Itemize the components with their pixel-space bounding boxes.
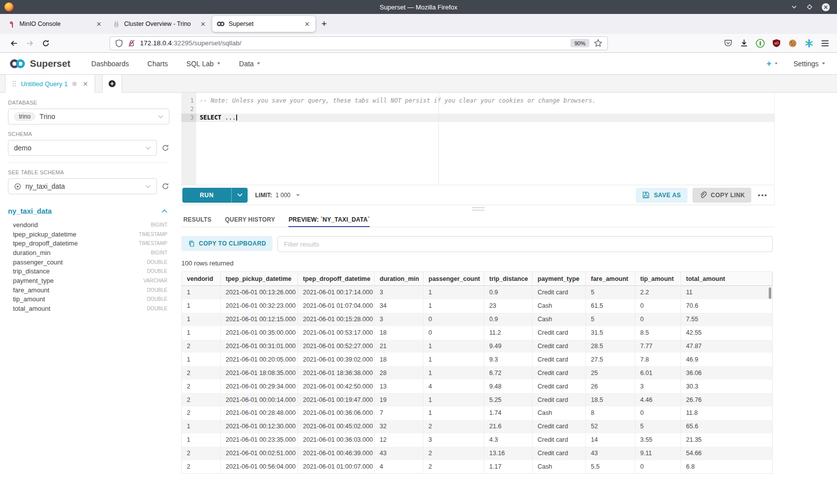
save-as-button[interactable]: SAVE AS (636, 188, 687, 203)
colorful-asterisk-extension-icon[interactable] (805, 39, 814, 48)
table-row: 1 2021-06-01 00:32:23.000 2021-06-01 01:… (182, 299, 772, 313)
cookie-extension-icon[interactable] (788, 39, 797, 48)
browser-toolbar: 172.18.0.4:32295/superset/sqllab/ 90% uO (0, 34, 837, 53)
results-table-header: vendorid tpep_pickup_datetime tpep_dropo… (182, 272, 772, 286)
nav-charts[interactable]: Charts (147, 60, 168, 68)
new-tab-button[interactable]: + (321, 18, 327, 29)
add-new-button[interactable]: + (766, 59, 778, 69)
browser-tab-superset[interactable]: Superset ✕ (212, 16, 315, 32)
cell-fare-amount: 61.5 (586, 299, 635, 313)
pocket-icon[interactable] (724, 39, 732, 47)
column-header[interactable]: passenger_count (423, 272, 484, 285)
green-circle-extension-icon[interactable] (756, 39, 765, 48)
table-select[interactable]: ny_taxi_data (8, 178, 157, 194)
cell-vendorid: 2 (182, 340, 221, 353)
limit-value: 1 000 (276, 192, 290, 199)
download-icon[interactable] (740, 39, 748, 47)
database-select[interactable]: trino Trino (8, 109, 169, 125)
editor-toolbar: RUN LIMIT: 1 000 SAVE AS (181, 185, 774, 205)
table-scrollbar-thumb[interactable] (769, 287, 771, 299)
zoom-level-badge[interactable]: 90% (570, 39, 589, 47)
nav-sql-lab[interactable]: SQL Lab (186, 60, 221, 68)
column-header[interactable]: trip_distance (484, 272, 533, 285)
more-actions-button[interactable]: ••• (756, 191, 769, 199)
table-schema-title[interactable]: ny_taxi_data (8, 207, 52, 215)
cell-vendorid: 2 (182, 366, 221, 379)
cell-trip-distance: 9.48 (484, 379, 533, 393)
url-text[interactable]: 172.18.0.4:32295/superset/sqllab/ (140, 39, 241, 47)
cell-payment-type: Credit card (533, 286, 586, 299)
nav-dashboards[interactable]: Dashboards (91, 60, 129, 68)
tab-close-icon[interactable]: ✕ (199, 20, 207, 28)
text-cursor (236, 115, 237, 121)
cell-passenger-count: 0 (423, 313, 484, 326)
column-header[interactable]: total_amount (681, 272, 772, 285)
cell-fare-amount: 26 (586, 379, 635, 393)
limit-dropdown[interactable]: LIMIT: 1 000 (255, 192, 300, 199)
collapse-table-icon[interactable] (161, 209, 167, 213)
back-icon[interactable] (6, 36, 22, 50)
bookmark-star-icon[interactable] (594, 39, 602, 47)
refresh-tables-icon[interactable] (161, 182, 169, 190)
column-type: DOUBLE (147, 268, 167, 274)
cell-trip-distance: 11.2 (484, 326, 533, 340)
editor-code-area[interactable]: -- Note: Unless you save your query, the… (196, 93, 774, 185)
cell-pickup-datetime: 2021-06-01 00:35:00.000 (221, 326, 298, 340)
column-header[interactable]: payment_type (533, 272, 586, 285)
cell-dropoff-datetime: 2021-06-01 00:46:39.000 (298, 447, 375, 460)
copy-to-clipboard-button[interactable]: COPY TO CLIPBOARD (181, 236, 273, 251)
forward-icon[interactable] (22, 36, 38, 50)
column-type: DOUBLE (147, 296, 167, 302)
table-row: 2 2021-06-01 18:08:35.000 2021-06-01 18:… (182, 366, 772, 379)
column-header[interactable]: duration_min (375, 272, 423, 285)
filter-results-input[interactable] (278, 236, 773, 252)
ublock-origin-icon[interactable]: uO (772, 39, 781, 47)
column-header[interactable]: vendorid (182, 272, 221, 285)
table-column-row: total_amount DOUBLE (8, 304, 169, 313)
tracking-shield-icon[interactable] (115, 39, 123, 47)
divider (8, 162, 169, 163)
query-tab[interactable]: Untitled Query 1 ✕ (5, 75, 95, 93)
pane-resize-handle[interactable] (181, 205, 775, 212)
settings-menu[interactable]: Settings (793, 60, 826, 68)
run-dropdown-button[interactable] (231, 188, 248, 203)
column-header[interactable]: tip_amount (635, 272, 681, 285)
cell-tip-amount: 3.55 (635, 433, 681, 447)
browser-tab-minio[interactable]: MinIO Console ✕ (4, 16, 107, 32)
insecure-lock-icon[interactable] (128, 39, 136, 47)
tab-close-icon[interactable]: ✕ (95, 20, 103, 28)
tab-close-icon[interactable]: ✕ (303, 20, 311, 28)
cell-total-amount: 6.8 (681, 460, 772, 474)
add-query-tab-button[interactable] (102, 75, 122, 93)
window-maximize-icon[interactable] (806, 3, 813, 10)
cell-payment-type: Credit card (533, 447, 586, 460)
cell-passenger-count: 2 (423, 420, 484, 433)
tab-results[interactable]: RESULTS (183, 212, 212, 227)
cell-fare-amount: 5 (586, 286, 635, 299)
column-header[interactable]: tpep_pickup_datetime (221, 272, 298, 285)
schema-select[interactable]: demo (8, 140, 157, 156)
nav-data[interactable]: Data (239, 60, 261, 68)
window-minimize-icon[interactable] (791, 3, 798, 10)
limit-label: LIMIT: (255, 192, 272, 199)
menu-icon[interactable] (821, 40, 829, 47)
browser-tabstrip: MinIO Console ✕ Cluster Overview - Trino… (0, 14, 837, 34)
run-button[interactable]: RUN (182, 188, 231, 203)
browser-tab-trino[interactable]: Cluster Overview - Trino ✕ (108, 16, 211, 32)
tab-preview[interactable]: PREVIEW: `NY_TAXI_DATA` (288, 212, 370, 227)
cell-duration-min: 3 (375, 313, 423, 326)
window-title: Superset — Mozilla Firefox (0, 3, 837, 11)
url-bar[interactable]: 172.18.0.4:32295/superset/sqllab/ 90% (110, 36, 608, 50)
tab-query-history[interactable]: QUERY HISTORY (225, 212, 276, 227)
window-close-icon[interactable] (822, 3, 830, 11)
sql-editor[interactable]: 1 2 3 -- Note: Unless you save your quer… (181, 93, 774, 185)
column-header[interactable]: fare_amount (586, 272, 635, 285)
cell-dropoff-datetime: 2021-06-01 00:36:06.000 (298, 406, 375, 420)
column-name: passenger_count (13, 258, 63, 266)
superset-logo[interactable]: Superset (8, 58, 70, 69)
refresh-schemas-icon[interactable] (161, 144, 169, 152)
query-tab-close-icon[interactable]: ✕ (83, 80, 88, 88)
column-header[interactable]: tpep_dropoff_datetime (298, 272, 375, 285)
copy-link-button[interactable]: COPY LINK (693, 188, 752, 203)
reload-icon[interactable] (38, 36, 54, 50)
